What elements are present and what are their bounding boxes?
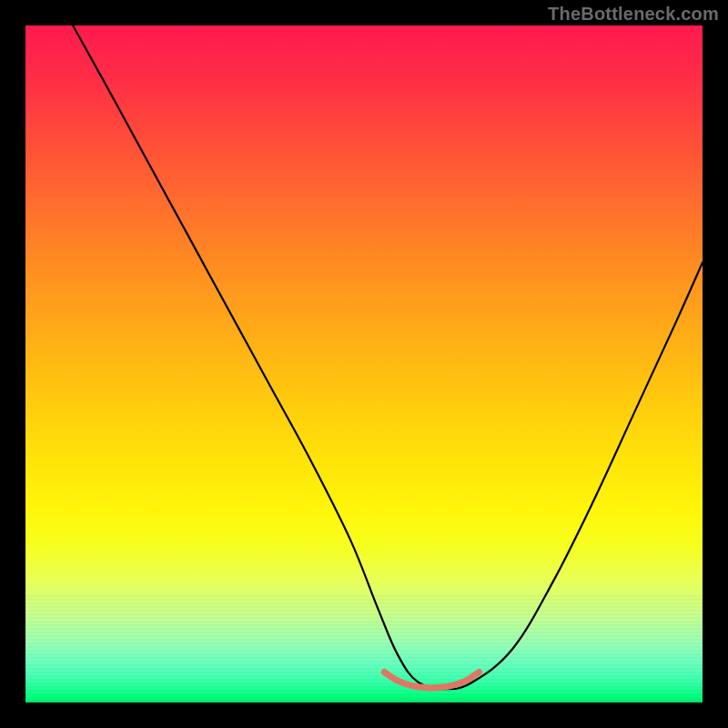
main-curve [73,25,703,689]
chart-stage: TheBottleneck.com [0,0,728,728]
watermark-text: TheBottleneck.com [548,4,719,25]
plot-area [25,25,703,703]
curve-layer [25,25,703,703]
